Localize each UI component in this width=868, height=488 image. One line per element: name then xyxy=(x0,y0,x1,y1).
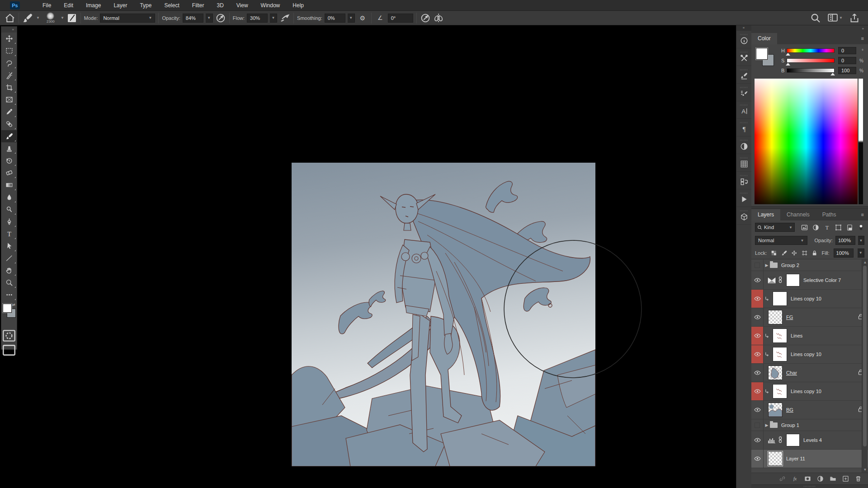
lock-position-icon[interactable] xyxy=(791,250,797,256)
layer-name[interactable]: Group 1 xyxy=(781,422,799,428)
layer-row-lines[interactable]: Lines xyxy=(751,327,868,345)
dodge-tool[interactable] xyxy=(1,203,17,216)
screen-mode-button[interactable] xyxy=(1,344,17,356)
filter-type-layers-icon[interactable]: T xyxy=(824,224,830,231)
toggle-brush-settings-icon[interactable] xyxy=(66,13,77,23)
line-tool[interactable] xyxy=(1,252,17,264)
lock-all-icon[interactable] xyxy=(811,250,817,256)
delete-layer-icon[interactable] xyxy=(855,475,862,482)
history-brush-tool[interactable] xyxy=(1,155,17,167)
paint-symmetry-icon[interactable] xyxy=(433,13,444,23)
visibility-toggle-empty[interactable] xyxy=(751,419,764,431)
hue-value[interactable]: 0 xyxy=(838,47,856,54)
lock-artboard-icon[interactable] xyxy=(802,250,807,256)
opacity-input[interactable]: 84% xyxy=(183,14,203,23)
layer-row-lines-copy-10[interactable]: Lines copy 10 xyxy=(751,382,868,401)
layer-thumbnail[interactable] xyxy=(773,291,787,306)
foreground-color-swatch[interactable] xyxy=(3,304,12,313)
filter-smart-objects-icon[interactable] xyxy=(846,224,853,231)
pressure-opacity-icon[interactable] xyxy=(215,13,226,23)
properties-panel-icon[interactable] xyxy=(736,48,752,66)
layer-thumbnail[interactable] xyxy=(773,384,787,399)
clone-stamp-tool[interactable] xyxy=(1,142,17,155)
layer-row-group-1[interactable]: ▶Group 1 xyxy=(751,419,868,431)
mode-select[interactable]: Normal ▼ xyxy=(100,14,155,23)
color-panel-menu-icon[interactable]: ≡ xyxy=(861,36,868,44)
color-spectrum[interactable] xyxy=(751,78,868,206)
blur-tool[interactable] xyxy=(1,191,17,203)
photoshop-logo[interactable]: Ps xyxy=(10,1,20,9)
path-selection-tool[interactable] xyxy=(1,240,17,252)
opacity-dropdown[interactable]: ▼ xyxy=(206,14,213,23)
visibility-toggle-empty[interactable] xyxy=(751,259,764,271)
saturation-ramp[interactable] xyxy=(787,58,835,63)
lock-pixels-icon[interactable] xyxy=(781,250,787,256)
menu-edit[interactable]: Edit xyxy=(57,0,80,10)
flow-dropdown[interactable]: ▼ xyxy=(270,14,277,23)
layer-thumbnail[interactable] xyxy=(768,310,783,324)
group-expand-icon[interactable]: ▶ xyxy=(764,423,770,427)
visibility-eye-icon[interactable] xyxy=(751,364,764,382)
brush-preset-picker[interactable]: 2300 xyxy=(44,12,57,23)
lasso-tool[interactable] xyxy=(1,57,17,69)
brush-tool-preset-icon[interactable] xyxy=(22,13,33,23)
layers-opacity-input[interactable]: 100% xyxy=(835,236,855,245)
layers-opacity-dropdown[interactable]: ▼ xyxy=(858,236,864,245)
visibility-eye-icon[interactable] xyxy=(751,345,764,363)
quick-selection-tool[interactable] xyxy=(1,69,17,81)
foreground-color-swatch[interactable] xyxy=(756,48,768,60)
chevron-down-icon[interactable]: ▼ xyxy=(61,16,64,20)
menu-filter[interactable]: Filter xyxy=(186,0,211,10)
layer-row-lines-copy-10[interactable]: Lines copy 10 xyxy=(751,345,868,364)
workspace-switcher-icon[interactable]: ▼ xyxy=(827,13,843,23)
actions-panel-icon[interactable] xyxy=(736,189,752,207)
filtering-toggle-icon[interactable] xyxy=(858,224,864,231)
mask-link-icon[interactable] xyxy=(778,436,783,445)
layer-row-bg[interactable]: BG xyxy=(751,401,868,419)
layer-row-char[interactable]: Char xyxy=(751,364,868,382)
brush-settings-panel-icon[interactable] xyxy=(736,84,752,101)
layer-name[interactable]: Layer 11 xyxy=(786,456,805,461)
layer-name[interactable]: Selective Color 7 xyxy=(803,277,841,283)
move-tool[interactable] xyxy=(1,33,17,45)
gradient-tool[interactable] xyxy=(1,179,17,191)
layers-panel-menu-icon[interactable]: ≡ xyxy=(861,212,868,221)
layer-thumbnail[interactable] xyxy=(768,403,783,417)
layer-thumbnail[interactable] xyxy=(773,328,787,343)
layer-row-lines-copy-10[interactable]: Lines copy 10 xyxy=(751,290,868,308)
zoom-tool[interactable] xyxy=(1,277,17,289)
brush-tool[interactable] xyxy=(1,130,17,142)
layer-style-fx-icon[interactable]: fx xyxy=(792,475,798,482)
smoothing-input[interactable]: 0% xyxy=(325,14,345,23)
history-panel-icon[interactable] xyxy=(736,172,752,189)
chevron-down-icon[interactable]: ▼ xyxy=(36,16,40,20)
color-value-ramp[interactable] xyxy=(859,79,863,204)
layer-name[interactable]: Levels 4 xyxy=(803,437,822,443)
edit-toolbar[interactable] xyxy=(1,289,17,301)
canvas-pasteboard[interactable] xyxy=(18,25,736,488)
smoothing-dropdown[interactable]: ▼ xyxy=(348,14,355,23)
color-spectrum-field[interactable] xyxy=(755,79,858,204)
filter-shape-layers-icon[interactable] xyxy=(835,224,842,231)
layer-filter-kind-select[interactable]: Kind ▼ xyxy=(755,223,795,232)
fill-input[interactable]: 100% xyxy=(834,249,854,258)
layer-name[interactable]: BG xyxy=(786,407,793,413)
layer-thumbnail[interactable] xyxy=(773,347,787,361)
new-group-icon[interactable] xyxy=(830,475,836,482)
visibility-eye-icon[interactable] xyxy=(751,450,764,468)
fill-dropdown[interactable]: ▼ xyxy=(858,249,864,258)
visibility-eye-icon[interactable] xyxy=(751,382,764,400)
saturation-value[interactable]: 0 xyxy=(838,57,856,64)
hand-tool[interactable] xyxy=(1,264,17,277)
brush-angle-input[interactable]: 0° xyxy=(388,14,413,23)
visibility-eye-icon[interactable] xyxy=(751,327,764,345)
airbrush-icon[interactable] xyxy=(279,13,290,23)
scroll-down-icon[interactable]: ▼ xyxy=(862,468,868,472)
visibility-eye-icon[interactable] xyxy=(751,401,764,419)
swap-colors-icon[interactable]: ⇄ xyxy=(12,303,15,307)
add-adjustment-layer-icon[interactable] xyxy=(817,475,824,482)
layer-name[interactable]: FG xyxy=(786,314,793,320)
layer-name[interactable]: Lines xyxy=(791,333,802,338)
scrollbar-thumb[interactable] xyxy=(863,266,867,446)
frame-tool[interactable] xyxy=(1,94,17,106)
